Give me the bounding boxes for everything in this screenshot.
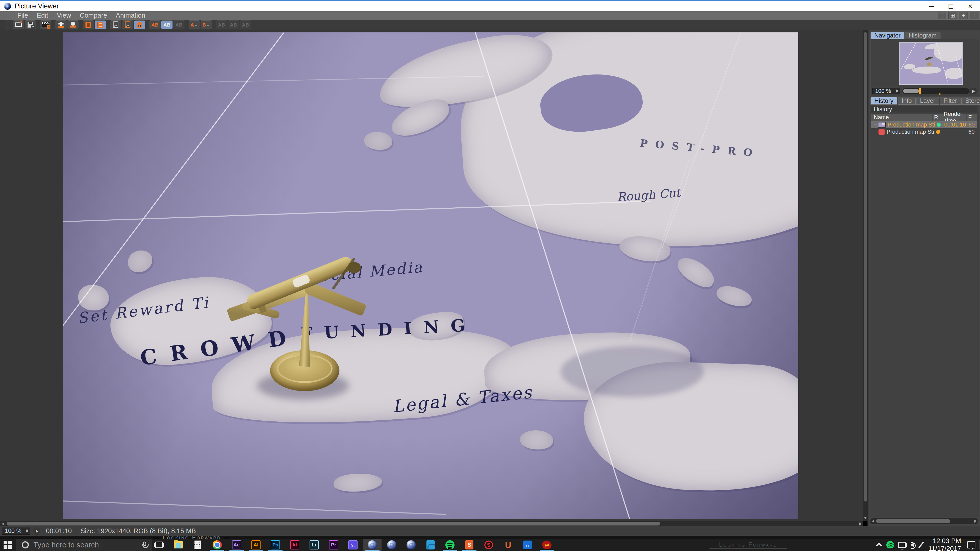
navigator-zoom-field[interactable]: 100 % bbox=[872, 88, 900, 94]
open-button[interactable] bbox=[13, 21, 24, 29]
compare-frame-b-button[interactable] bbox=[122, 21, 133, 29]
panel-add-icon[interactable]: ⊞ bbox=[948, 12, 957, 19]
titlebar[interactable]: Picture Viewer ─ □ × bbox=[0, 1, 980, 11]
tab-navigator[interactable]: Navigator bbox=[870, 32, 904, 39]
panel-horizontal-scrollbar[interactable] bbox=[870, 518, 978, 524]
close-button[interactable]: × bbox=[961, 1, 980, 11]
menubar-grip[interactable] bbox=[0, 11, 9, 20]
delete-image-button[interactable] bbox=[83, 21, 94, 29]
menu-file[interactable]: File bbox=[18, 11, 28, 19]
cinema4d-button-3[interactable] bbox=[402, 539, 420, 551]
task-view-button[interactable] bbox=[150, 539, 168, 551]
tab-filter[interactable]: Filter bbox=[940, 97, 961, 105]
cheat-engine-button[interactable]: 64 bbox=[538, 539, 556, 551]
taskbar-search[interactable]: Type here to search bbox=[16, 539, 152, 551]
ab-mode-1-button[interactable]: AB bbox=[216, 21, 227, 29]
substance-painter-button[interactable]: S bbox=[460, 539, 479, 551]
zoom-stepper[interactable] bbox=[896, 89, 899, 93]
cinema4d-button-active[interactable] bbox=[363, 539, 382, 551]
tab-layer[interactable]: Layer bbox=[916, 97, 939, 105]
utorrent-button[interactable]: U bbox=[499, 539, 517, 551]
ab-mode-2-button[interactable]: AB bbox=[228, 21, 239, 29]
cortana-icon bbox=[22, 541, 29, 548]
cinema4d-button-2[interactable] bbox=[383, 539, 401, 551]
jump-to-frame-button[interactable] bbox=[67, 21, 79, 29]
panel-resize-icon[interactable]: ↕ bbox=[970, 12, 978, 19]
horizontal-scrollbar-thumb[interactable] bbox=[6, 522, 660, 526]
status-play-button[interactable] bbox=[33, 527, 40, 535]
horizontal-scrollbar[interactable] bbox=[0, 521, 863, 526]
toolbar-grip[interactable] bbox=[0, 20, 9, 30]
save-as-button[interactable] bbox=[25, 21, 36, 29]
vertical-scrollbar-thumb[interactable] bbox=[864, 32, 867, 502]
menu-animation[interactable]: Animation bbox=[116, 11, 145, 19]
navigator-thumbnail[interactable] bbox=[899, 42, 963, 85]
minimize-button[interactable]: ─ bbox=[922, 1, 941, 11]
ab-split-button[interactable]: AB bbox=[149, 21, 161, 29]
spotify-button[interactable] bbox=[441, 539, 459, 551]
indesign-button[interactable]: Id bbox=[286, 539, 304, 551]
viewer-canvas[interactable]: Social Media Set Reward Ti CROWD FUNDING… bbox=[0, 30, 863, 521]
menu-view[interactable]: View bbox=[57, 11, 71, 19]
history-row[interactable]: Production map Still * 00:01:10 60 bbox=[871, 121, 977, 128]
tab-stereo[interactable]: Stereo bbox=[961, 97, 980, 105]
chrome-button[interactable] bbox=[208, 539, 226, 551]
microphone-icon[interactable] bbox=[143, 541, 146, 546]
set-b-button[interactable]: B→ bbox=[200, 21, 212, 29]
photoshop-button[interactable]: Ps bbox=[266, 539, 285, 551]
teamviewer-button[interactable]: ↔ bbox=[518, 539, 537, 551]
zoom-stepper[interactable] bbox=[26, 529, 29, 533]
volume-icon[interactable] bbox=[910, 543, 914, 547]
column-render-time[interactable]: Render Time bbox=[942, 114, 967, 121]
scroll-left-arrow[interactable] bbox=[872, 519, 874, 523]
compare-frame-a-button[interactable] bbox=[110, 21, 121, 29]
panel-scrollbar-thumb[interactable] bbox=[876, 519, 950, 523]
scroll-right-arrow[interactable] bbox=[974, 519, 977, 523]
set-a-button[interactable]: A→ bbox=[189, 21, 200, 29]
layers-button[interactable] bbox=[95, 21, 106, 29]
taskbar-clock[interactable]: 12:03 PM 11/17/2017 bbox=[928, 537, 961, 551]
scroll-down-arrow[interactable] bbox=[864, 517, 867, 519]
panel-move-icon[interactable]: + bbox=[959, 12, 968, 19]
menu-compare[interactable]: Compare bbox=[80, 11, 107, 19]
status-zoom-field[interactable]: 100 % bbox=[2, 527, 30, 535]
tab-history[interactable]: History bbox=[870, 97, 897, 105]
slider-position-marker[interactable] bbox=[919, 88, 921, 94]
task-view-icon bbox=[155, 541, 163, 548]
ab-compare-button[interactable]: AB bbox=[161, 21, 172, 29]
vertical-scrollbar[interactable] bbox=[863, 30, 867, 521]
illustrator-button[interactable]: Ai bbox=[247, 539, 265, 551]
navigator-zoom-slider[interactable] bbox=[902, 88, 969, 94]
panel-split-icon[interactable]: ◫ bbox=[938, 12, 946, 19]
navigator-play-button[interactable] bbox=[969, 88, 977, 94]
after-effects-button[interactable]: Ae bbox=[228, 539, 246, 551]
ab-wipe-button[interactable]: AB bbox=[173, 21, 185, 29]
column-name[interactable]: Name bbox=[871, 114, 932, 121]
tree-connector bbox=[874, 121, 877, 128]
tray-overflow-chevron[interactable] bbox=[876, 543, 882, 549]
ab-mode-3-button[interactable]: AB bbox=[240, 21, 251, 29]
premiere-button[interactable]: Pr bbox=[325, 539, 343, 551]
maximize-button[interactable]: □ bbox=[941, 1, 961, 11]
column-r[interactable]: R bbox=[932, 114, 942, 121]
lightroom-button[interactable]: Lr bbox=[305, 539, 323, 551]
navigation-button[interactable] bbox=[56, 21, 67, 29]
scroll-left-arrow[interactable] bbox=[2, 522, 4, 526]
tab-info[interactable]: Info bbox=[898, 97, 916, 105]
tab-histogram[interactable]: Histogram bbox=[905, 32, 940, 39]
tray-spotify-icon[interactable] bbox=[886, 541, 894, 549]
blue-app-button[interactable] bbox=[422, 539, 440, 551]
column-f[interactable]: F bbox=[967, 114, 977, 121]
start-button[interactable] bbox=[3, 541, 12, 549]
substance-designer-button[interactable]: S bbox=[479, 539, 498, 551]
file-explorer-button[interactable] bbox=[169, 539, 188, 551]
media-encoder-button[interactable] bbox=[344, 539, 362, 551]
action-center-icon[interactable] bbox=[967, 541, 975, 548]
scroll-right-arrow[interactable] bbox=[859, 522, 862, 526]
pen-icon[interactable] bbox=[918, 541, 924, 548]
calculator-button[interactable] bbox=[189, 539, 207, 551]
compare-view-button[interactable] bbox=[134, 21, 145, 29]
make-movie-button[interactable] bbox=[40, 21, 51, 29]
history-row[interactable]: Production map Still 60 bbox=[871, 128, 977, 135]
menu-edit[interactable]: Edit bbox=[37, 11, 48, 19]
